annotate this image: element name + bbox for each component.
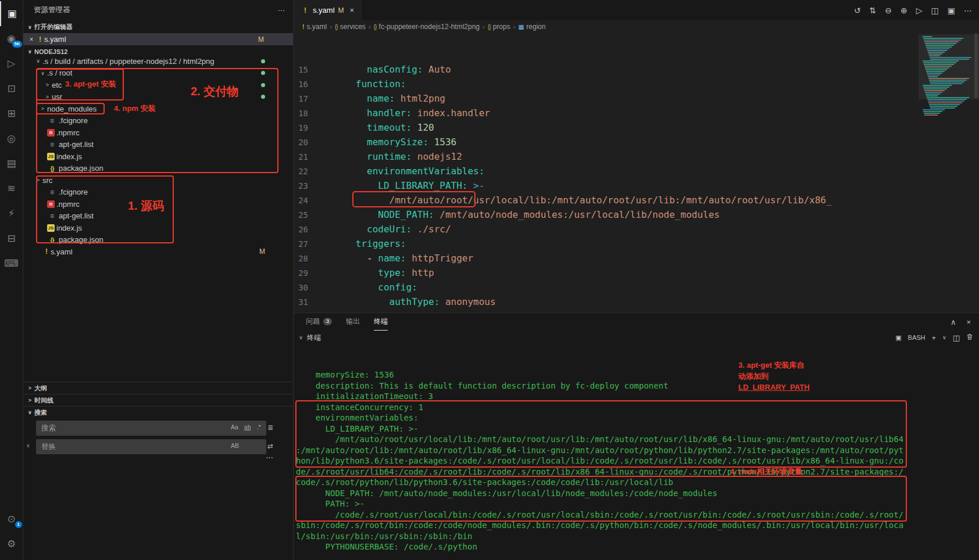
docker-icon[interactable]: ≋ xyxy=(0,176,23,201)
references-icon[interactable]: ◎ xyxy=(0,126,23,151)
line-number: 28 xyxy=(294,252,308,266)
panel-close-icon[interactable]: × xyxy=(966,318,971,326)
resource-manager-icon[interactable]: ⊟ xyxy=(0,226,23,251)
sidebar-more-icon[interactable]: ⋯ xyxy=(278,6,285,15)
outline-header[interactable]: > 大纲 xyxy=(23,382,293,394)
run-debug-icon[interactable]: ▷ xyxy=(0,51,23,76)
chevron-down-icon: ∨ xyxy=(26,410,34,415)
close-icon[interactable]: × xyxy=(27,35,36,44)
regex-icon[interactable]: .* xyxy=(255,423,263,431)
panel-tab-terminal[interactable]: 终端 xyxy=(374,313,388,331)
tree-item-label: .npmrc xyxy=(56,128,80,137)
code-line: 22 environmentVariables: xyxy=(294,164,979,178)
terminal-view-icon[interactable]: ⌨ xyxy=(0,251,23,276)
tree-row[interactable]: >etc xyxy=(23,79,293,91)
search-filter-icon[interactable]: ≣ xyxy=(267,423,273,432)
prev-change-icon[interactable]: ⊖ xyxy=(885,6,892,15)
tree-row[interactable]: ∨.s / build / artifacts / puppeteer-node… xyxy=(23,55,293,67)
next-change-icon[interactable]: ⊕ xyxy=(901,6,907,15)
timeline-header[interactable]: > 时间线 xyxy=(23,394,293,406)
tree-row[interactable]: >node_modules xyxy=(23,103,293,115)
terminal-line: PYTHONUSERBASE: /code/.s/python xyxy=(296,541,979,552)
breadcrumb-item[interactable]: {}fc-puppeteer-nodejs12-html2png xyxy=(374,23,480,31)
tree-row[interactable]: {}package.json xyxy=(23,234,293,246)
breadcrumb-item[interactable]: !s.yaml xyxy=(302,23,327,31)
minimap-line xyxy=(929,55,940,56)
more-actions-icon[interactable]: ⋯ xyxy=(964,6,972,15)
terminal-section-header[interactable]: ∨ 终端 xyxy=(296,333,321,343)
accounts-icon[interactable]: ⊙1 xyxy=(0,507,23,532)
tree-row[interactable]: >src xyxy=(23,174,293,186)
settings-icon[interactable]: ⚙ xyxy=(0,532,23,557)
line-number: 16 xyxy=(294,77,308,92)
minimap-line xyxy=(925,67,949,69)
match-case-icon[interactable]: Aa xyxy=(229,423,240,431)
tree-row[interactable]: n.npmrc xyxy=(23,198,293,210)
notebook-icon[interactable]: ▤ xyxy=(0,151,23,176)
timeline-icon[interactable]: ↺ xyxy=(854,6,861,15)
terminal-dropdown-icon[interactable]: ∨ xyxy=(942,335,946,340)
tree-row[interactable]: ≡apt-get.list xyxy=(23,139,293,151)
breadcrumb-item[interactable]: {}props xyxy=(488,23,510,31)
problems-count-badge: 3 xyxy=(323,318,332,326)
terminal-line: code/.s/root/python/lib/python3.6/site-p… xyxy=(296,477,979,488)
breadcrumb-item[interactable]: ▦region xyxy=(518,23,545,31)
terminal-output[interactable]: memorySize: 1536 description: This is de… xyxy=(294,344,979,560)
tree-row[interactable]: ∨.s / root xyxy=(23,67,293,80)
new-terminal-icon[interactable]: + xyxy=(932,333,937,342)
terminal-line: hon/lib/python3.6/site-packages:/code/.s… xyxy=(296,455,979,466)
remote-explorer-icon[interactable]: ⊡ xyxy=(0,76,23,101)
open-editors-header[interactable]: ∨ 打开的编辑器 xyxy=(23,21,293,33)
editor-scrollbar[interactable] xyxy=(973,33,979,313)
breadcrumb-item[interactable]: {}services xyxy=(335,23,366,31)
kill-terminal-icon[interactable] xyxy=(966,333,973,342)
explorer-icon[interactable]: ▣ xyxy=(0,1,23,26)
tab-s-yaml[interactable]: ! s.yaml M × xyxy=(294,0,362,20)
assistant-icon[interactable]: ◉5K xyxy=(0,26,23,51)
shell-label[interactable]: BASH xyxy=(908,334,926,341)
minimap-line xyxy=(923,38,963,39)
tree-row[interactable]: n.npmrc xyxy=(23,127,293,139)
code-text: runtime: nodejs12 xyxy=(322,151,462,162)
chevron-down-icon[interactable]: ∨ xyxy=(26,443,30,448)
replace-all-icon[interactable]: ⇄ xyxy=(267,442,273,450)
layout-icon[interactable]: ▣ xyxy=(948,6,955,15)
split-terminal-icon[interactable]: ◫ xyxy=(953,333,960,342)
code-line: 25 NODE_PATH: /mnt/auto/node_modules:/us… xyxy=(294,207,979,222)
tree-item-label: .fcignore xyxy=(59,116,88,125)
open-editors-label: 打开的编辑器 xyxy=(34,23,73,31)
split-editor-icon[interactable]: ◫ xyxy=(931,6,939,15)
close-icon[interactable]: × xyxy=(350,6,355,15)
preserve-case-icon[interactable]: AB xyxy=(229,441,241,450)
serverless-icon[interactable]: ⚡ xyxy=(0,201,23,226)
search-header[interactable]: ∨ 搜索 xyxy=(23,406,293,418)
minimap-line xyxy=(924,90,945,91)
open-editor-s-yaml[interactable]: × ! s.yaml M xyxy=(23,33,293,45)
panel-tab-output[interactable]: 输出 xyxy=(346,313,360,331)
search-more-icon[interactable]: ⋯ xyxy=(266,453,273,462)
json-file-icon: {} xyxy=(47,165,57,172)
code-line: 21 runtime: nodejs12 xyxy=(294,149,979,164)
tree-row[interactable]: JSindex.js xyxy=(23,150,293,163)
whole-word-icon[interactable]: ab xyxy=(242,423,253,431)
tree-row[interactable]: ≡apt-get.list xyxy=(23,210,293,222)
sync-icon[interactable]: ⇅ xyxy=(870,6,877,15)
terminal-line: :/mnt/auto/root/lib:/mnt/auto/root/lib/x… xyxy=(296,445,979,456)
run-icon[interactable]: ▷ xyxy=(916,6,923,15)
trash-icon xyxy=(966,333,973,340)
explorer-sidebar: 资源管理器 ⋯ ∨ 打开的编辑器 × ! s.yaml M ∨ NODEJS12… xyxy=(23,0,294,560)
tree-row[interactable]: ≡.fcignore xyxy=(23,186,293,199)
tree-row[interactable]: >usr xyxy=(23,91,293,103)
tree-row[interactable]: {}package.json xyxy=(23,163,293,175)
extensions-icon[interactable]: ⊞ xyxy=(0,101,23,126)
code-editor[interactable]: 15 nasConfig: Auto16 function:17 name: h… xyxy=(294,33,979,313)
activity-bar-top: ▣◉5K▷⊡⊞◎▤≋⚡⊟⌨ xyxy=(0,1,23,276)
minimap[interactable] xyxy=(921,35,970,308)
tree-row[interactable]: ≡.fcignore xyxy=(23,115,293,127)
panel-maximize-icon[interactable]: ∧ xyxy=(951,318,956,326)
tree-row[interactable]: !s.yamlM xyxy=(23,246,293,258)
scrollbar-thumb[interactable] xyxy=(974,33,978,98)
minimap-line xyxy=(923,62,956,63)
tree-row[interactable]: JSindex.js xyxy=(23,222,293,234)
panel-tab-problems[interactable]: 问题3 xyxy=(306,313,332,331)
